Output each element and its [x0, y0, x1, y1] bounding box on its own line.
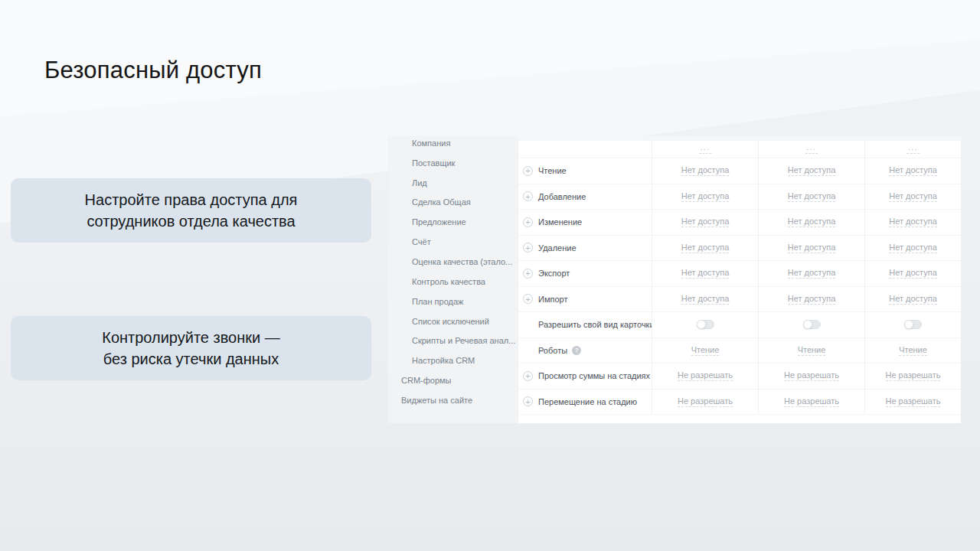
permission-value-cell: Не разрешать [864, 364, 961, 390]
permission-label: Чтение [538, 166, 567, 175]
permission-value-cell [758, 312, 864, 338]
permission-value-link[interactable]: Чтение [691, 345, 720, 356]
permission-value-link[interactable]: Нет доступа [889, 217, 937, 227]
permission-label: Импорт [538, 295, 567, 304]
sidebar-item[interactable]: Лид [388, 173, 518, 193]
permission-value-cell: Нет доступа [652, 261, 758, 287]
sidebar-item-label: Контроль качества [412, 277, 485, 286]
crm-permissions-card: .........+ЧтениеНет доступаНет доступаНе… [518, 136, 961, 423]
permission-value-cell: Не разрешать [652, 364, 758, 390]
permission-value-link[interactable]: Нет доступа [681, 243, 730, 253]
permission-value-link[interactable]: Не разрешать [886, 396, 941, 407]
sidebar-item-label: CRM-формы [401, 376, 451, 385]
expand-plus-icon[interactable]: + [523, 269, 533, 279]
permission-value-link[interactable]: Не разрешать [886, 370, 941, 381]
card-view-toggle[interactable] [697, 320, 714, 329]
permission-value-link[interactable]: Нет доступа [681, 165, 730, 176]
permission-label: Удаление [538, 243, 577, 253]
permission-value-cell: Чтение [652, 338, 758, 364]
permission-value-link[interactable]: Нет доступа [889, 243, 937, 253]
permission-value-link[interactable]: Нет доступа [788, 191, 836, 202]
permission-value-cell: Нет доступа [652, 210, 758, 236]
callout-card-access-rights: Настройте права доступа для сотрудников … [11, 178, 371, 243]
permission-value-cell: Нет доступа [758, 210, 864, 236]
permission-value-link[interactable]: Чтение [899, 345, 927, 356]
expand-plus-icon[interactable]: + [523, 217, 533, 227]
expand-plus-icon[interactable]: + [523, 371, 533, 381]
permission-row-label-cell: +Просмотр суммы на стадиях кан... [518, 364, 652, 390]
sidebar-item[interactable]: Сделка Общая [388, 193, 518, 213]
permission-value-link[interactable]: Не разрешать [784, 370, 839, 381]
column-more-menu[interactable]: ... [906, 145, 920, 154]
permission-value-link[interactable]: Нет доступа [788, 268, 836, 279]
permission-value-cell [864, 312, 961, 338]
sidebar-item[interactable]: План продаж [388, 292, 518, 311]
sidebar-item-label: Предложение [412, 217, 466, 227]
callout-text: Настройте права доступа для сотрудников … [85, 189, 298, 232]
permission-row-label-cell: +Удаление [518, 236, 652, 262]
permission-value-link[interactable]: Нет доступа [681, 268, 730, 279]
sidebar-item[interactable]: Компания [388, 133, 518, 153]
card-view-toggle[interactable] [803, 320, 821, 329]
sidebar-item[interactable]: Список исключений [388, 311, 518, 331]
permission-value-cell: Не разрешать [758, 364, 864, 390]
permission-value-link[interactable]: Нет доступа [788, 294, 836, 305]
help-icon[interactable]: ? [572, 346, 581, 355]
sidebar-item[interactable]: Оценка качества (этало... [388, 252, 518, 272]
expand-plus-icon[interactable]: + [523, 191, 533, 201]
sidebar-item[interactable]: Настройка CRM [388, 350, 518, 370]
expand-plus-icon[interactable]: + [523, 294, 533, 304]
permission-row-label-cell: +Перемещение на стадию [518, 390, 652, 416]
sidebar-item[interactable]: Скрипты и Речевая анал... [388, 331, 518, 350]
toggle-knob [803, 320, 812, 329]
permission-value-link[interactable]: Не разрешать [678, 370, 733, 381]
card-view-toggle[interactable] [904, 320, 922, 329]
expand-spacer: + [523, 320, 533, 330]
permission-value-link[interactable]: Нет доступа [681, 191, 730, 202]
permission-value-link[interactable]: Не разрешать [784, 396, 839, 407]
permission-value-link[interactable]: Нет доступа [788, 243, 836, 253]
sidebar-item-label: Оценка качества (этало... [412, 257, 512, 266]
permission-value-link[interactable]: Нет доступа [788, 165, 836, 176]
expand-plus-icon[interactable]: + [523, 396, 533, 406]
sidebar-item-label: Список исключений [412, 317, 489, 326]
sidebar-item[interactable]: Предложение [388, 212, 518, 232]
permission-value-cell: Нет доступа [864, 184, 961, 210]
sidebar-item-label: Лид [412, 178, 427, 187]
permission-value-link[interactable]: Нет доступа [889, 294, 937, 305]
permission-value-link[interactable]: Нет доступа [889, 191, 937, 202]
sidebar-item[interactable]: Поставщик [388, 153, 518, 173]
permission-value-link[interactable]: Нет доступа [681, 217, 730, 227]
sidebar-item[interactable]: CRM-формы [388, 370, 518, 390]
permission-value-cell: Нет доступа [758, 158, 864, 184]
sidebar-item[interactable]: Счёт [388, 232, 518, 252]
sidebar-item-label: Сделка Общая [412, 197, 471, 207]
permission-row-label-cell: +Изменение [518, 210, 652, 236]
sidebar-item[interactable]: Контроль качества [388, 272, 518, 292]
toggle-knob [697, 320, 706, 329]
permission-value-cell: Не разрешать [864, 390, 961, 416]
sidebar-item-label: Виджеты на сайте [401, 396, 472, 405]
permission-value-cell: Нет доступа [864, 236, 961, 262]
permission-row-label-cell: +Экспорт [518, 261, 652, 287]
permission-value-link[interactable]: Чтение [798, 345, 826, 356]
permission-value-link[interactable]: Нет доступа [788, 217, 836, 227]
permission-value-link[interactable]: Нет доступа [889, 268, 937, 279]
permission-value-cell: Нет доступа [758, 236, 864, 262]
permission-value-link[interactable]: Не разрешать [678, 396, 733, 407]
expand-plus-icon[interactable]: + [523, 243, 533, 253]
permission-value-link[interactable]: Нет доступа [889, 165, 937, 176]
permission-row-label-cell: +Разрешить свой вид карточки [518, 312, 652, 338]
sidebar-item-label: Компания [412, 139, 450, 148]
sidebar-item[interactable]: Виджеты на сайте [388, 390, 518, 410]
column-more-menu[interactable]: ... [805, 145, 818, 154]
permission-row-label-cell: +Импорт [518, 287, 652, 313]
page-title: Безопасный доступ [44, 57, 262, 84]
permission-value-cell: Не разрешать [652, 390, 758, 416]
permission-value-cell: Чтение [864, 338, 961, 364]
permission-value-cell: Нет доступа [864, 261, 961, 287]
permission-value-link[interactable]: Нет доступа [681, 294, 730, 305]
expand-plus-icon[interactable]: + [523, 166, 533, 176]
column-more-menu[interactable]: ... [699, 145, 712, 154]
callout-card-calls-control: Контролируйте звонки — без риска утечки … [11, 316, 371, 380]
